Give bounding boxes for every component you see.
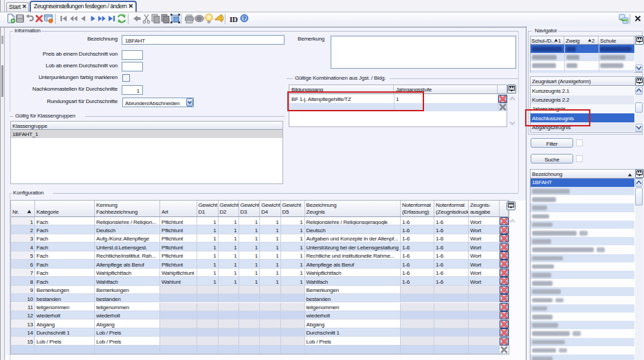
svg-text:?: ? [243, 15, 246, 21]
